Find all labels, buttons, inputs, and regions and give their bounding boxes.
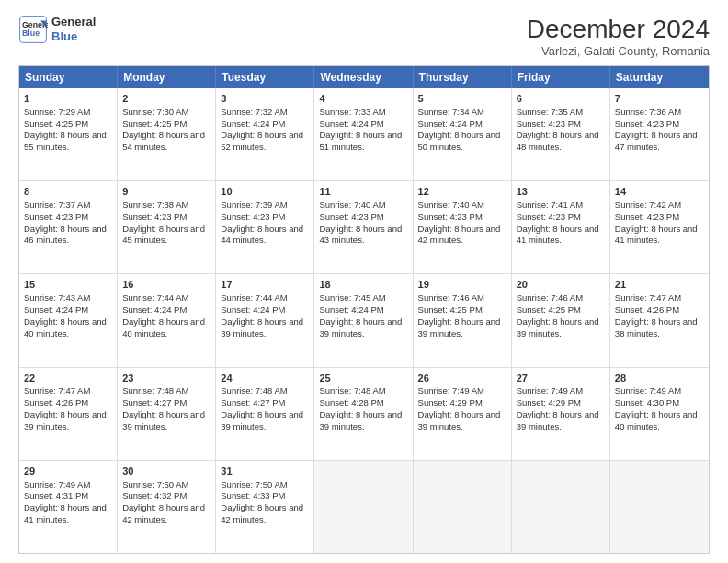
cal-cell: 3Sunrise: 7:32 AMSunset: 4:24 PMDaylight… (216, 88, 314, 180)
cal-cell: 10Sunrise: 7:39 AMSunset: 4:23 PMDayligh… (216, 181, 314, 273)
sunset-text: Sunset: 4:33 PM (221, 490, 285, 500)
day-number: 3 (221, 92, 309, 106)
cal-cell: 1Sunrise: 7:29 AMSunset: 4:25 PMDaylight… (19, 88, 118, 180)
daylight-text: Daylight: 8 hours and 51 minutes. (319, 130, 402, 152)
sunrise-text: Sunrise: 7:48 AM (319, 385, 385, 396)
header-day-saturday: Saturday (610, 66, 709, 88)
day-number: 11 (319, 185, 407, 199)
daylight-text: Daylight: 8 hours and 39 minutes. (319, 316, 402, 339)
cal-cell: 12Sunrise: 7:40 AMSunset: 4:23 PMDayligh… (414, 181, 512, 273)
sunrise-text: Sunrise: 7:37 AM (24, 200, 90, 210)
logo: General Blue General Blue (18, 15, 96, 44)
day-number: 9 (122, 185, 210, 199)
cal-cell: 25Sunrise: 7:48 AMSunset: 4:28 PMDayligh… (314, 368, 413, 460)
cal-cell: 19Sunrise: 7:46 AMSunset: 4:25 PMDayligh… (414, 274, 512, 366)
day-number: 6 (517, 92, 605, 106)
sunrise-text: Sunrise: 7:49 AM (418, 385, 484, 396)
day-number: 23 (122, 372, 210, 385)
logo-text: General Blue (51, 15, 96, 43)
sunrise-text: Sunrise: 7:48 AM (122, 385, 188, 396)
daylight-text: Daylight: 8 hours and 41 minutes. (615, 224, 698, 246)
cal-cell: 9Sunrise: 7:38 AMSunset: 4:23 PMDaylight… (118, 181, 216, 273)
sunrise-text: Sunrise: 7:41 AM (517, 200, 583, 210)
day-number: 7 (615, 92, 704, 106)
sunset-text: Sunset: 4:29 PM (517, 397, 581, 408)
daylight-text: Daylight: 8 hours and 39 minutes. (517, 409, 599, 431)
sunset-text: Sunset: 4:23 PM (615, 212, 679, 222)
cal-cell: 4Sunrise: 7:33 AMSunset: 4:24 PMDaylight… (314, 88, 413, 180)
sunrise-text: Sunrise: 7:38 AM (122, 200, 188, 210)
sunset-text: Sunset: 4:26 PM (24, 397, 88, 408)
day-number: 27 (517, 372, 605, 385)
cal-cell: 16Sunrise: 7:44 AMSunset: 4:24 PMDayligh… (118, 274, 216, 366)
cal-cell: 2Sunrise: 7:30 AMSunset: 4:25 PMDaylight… (118, 88, 216, 180)
cal-cell: 24Sunrise: 7:48 AMSunset: 4:27 PMDayligh… (216, 368, 314, 460)
daylight-text: Daylight: 8 hours and 42 minutes. (122, 502, 205, 524)
day-number: 29 (24, 465, 112, 478)
header-day-thursday: Thursday (414, 66, 512, 88)
cal-cell (314, 461, 413, 553)
sunrise-text: Sunrise: 7:40 AM (319, 200, 385, 210)
day-number: 4 (319, 92, 407, 106)
day-number: 15 (24, 278, 112, 292)
day-number: 31 (221, 465, 309, 478)
sunset-text: Sunset: 4:25 PM (122, 119, 187, 129)
day-number: 1 (24, 92, 112, 106)
header-day-sunday: Sunday (19, 66, 118, 88)
sunrise-text: Sunrise: 7:50 AM (122, 479, 188, 489)
cal-cell: 23Sunrise: 7:48 AMSunset: 4:27 PMDayligh… (118, 368, 216, 460)
daylight-text: Daylight: 8 hours and 45 minutes. (122, 224, 205, 246)
day-number: 19 (418, 278, 506, 292)
daylight-text: Daylight: 8 hours and 50 minutes. (418, 130, 501, 152)
header-day-friday: Friday (512, 66, 610, 88)
header-day-tuesday: Tuesday (216, 66, 314, 88)
sunrise-text: Sunrise: 7:48 AM (221, 385, 287, 396)
daylight-text: Daylight: 8 hours and 39 minutes. (418, 409, 501, 431)
sunset-text: Sunset: 4:25 PM (24, 119, 88, 129)
sunset-text: Sunset: 4:28 PM (319, 397, 383, 408)
cal-cell: 18Sunrise: 7:45 AMSunset: 4:24 PMDayligh… (314, 274, 413, 366)
sunrise-text: Sunrise: 7:46 AM (418, 293, 484, 303)
day-number: 28 (615, 372, 704, 385)
daylight-text: Daylight: 8 hours and 43 minutes. (319, 224, 402, 246)
cal-cell (414, 461, 512, 553)
day-number: 26 (418, 372, 506, 385)
sunset-text: Sunset: 4:24 PM (24, 304, 88, 315)
sunset-text: Sunset: 4:23 PM (615, 119, 679, 129)
title-block: December 2024 Varlezi, Galati County, Ro… (527, 15, 710, 58)
logo-icon: General Blue (18, 15, 48, 44)
cal-cell: 8Sunrise: 7:37 AMSunset: 4:23 PMDaylight… (19, 181, 118, 273)
week-row-2: 15Sunrise: 7:43 AMSunset: 4:24 PMDayligh… (19, 274, 709, 367)
cal-cell: 30Sunrise: 7:50 AMSunset: 4:32 PMDayligh… (118, 461, 216, 553)
sunset-text: Sunset: 4:24 PM (221, 119, 285, 129)
sunrise-text: Sunrise: 7:40 AM (418, 200, 484, 210)
page: General Blue General Blue December 2024 … (0, 0, 728, 563)
cal-cell: 5Sunrise: 7:34 AMSunset: 4:24 PMDaylight… (414, 88, 512, 180)
day-number: 30 (122, 465, 210, 478)
daylight-text: Daylight: 8 hours and 54 minutes. (122, 130, 205, 152)
week-row-1: 8Sunrise: 7:37 AMSunset: 4:23 PMDaylight… (19, 181, 709, 274)
cal-cell: 28Sunrise: 7:49 AMSunset: 4:30 PMDayligh… (610, 368, 709, 460)
cal-cell: 31Sunrise: 7:50 AMSunset: 4:33 PMDayligh… (216, 461, 314, 553)
sunrise-text: Sunrise: 7:33 AM (319, 107, 385, 117)
daylight-text: Daylight: 8 hours and 39 minutes. (221, 316, 303, 339)
cal-cell: 29Sunrise: 7:49 AMSunset: 4:31 PMDayligh… (19, 461, 118, 553)
header-day-monday: Monday (118, 66, 216, 88)
daylight-text: Daylight: 8 hours and 55 minutes. (24, 130, 107, 152)
sunrise-text: Sunrise: 7:49 AM (24, 479, 90, 489)
daylight-text: Daylight: 8 hours and 41 minutes. (517, 224, 599, 246)
daylight-text: Daylight: 8 hours and 42 minutes. (221, 502, 303, 524)
calendar-header: SundayMondayTuesdayWednesdayThursdayFrid… (19, 66, 709, 88)
day-number: 21 (615, 278, 704, 292)
cal-cell: 11Sunrise: 7:40 AMSunset: 4:23 PMDayligh… (314, 181, 413, 273)
sunset-text: Sunset: 4:24 PM (221, 304, 285, 315)
sunrise-text: Sunrise: 7:49 AM (615, 385, 681, 396)
sunrise-text: Sunrise: 7:49 AM (517, 385, 583, 396)
sunset-text: Sunset: 4:31 PM (24, 490, 88, 500)
day-number: 18 (319, 278, 407, 292)
day-number: 5 (418, 92, 506, 106)
daylight-text: Daylight: 8 hours and 39 minutes. (418, 316, 501, 339)
sunset-text: Sunset: 4:24 PM (418, 119, 483, 129)
daylight-text: Daylight: 8 hours and 40 minutes. (24, 316, 107, 339)
subtitle: Varlezi, Galati County, Romania (527, 44, 710, 58)
